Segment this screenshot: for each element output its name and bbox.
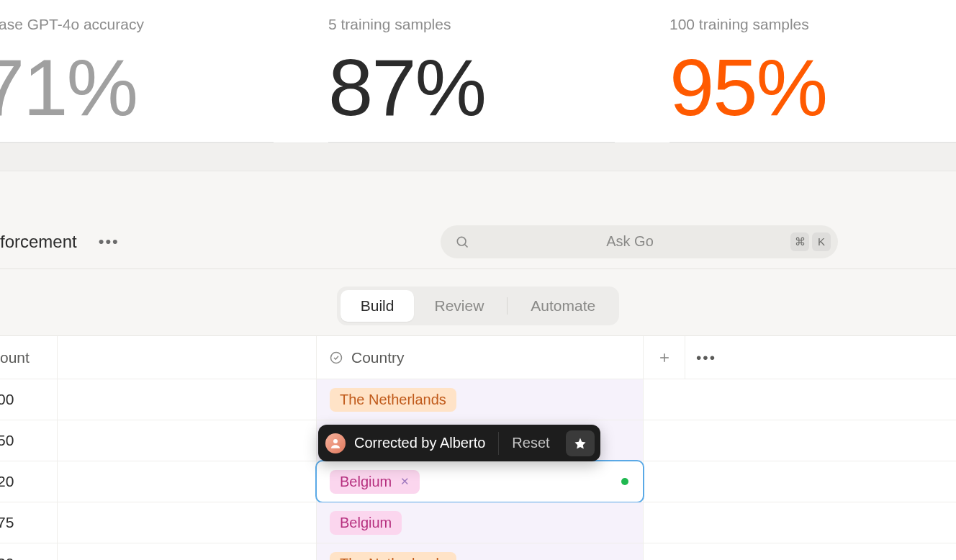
cell-country[interactable]: Belgium bbox=[317, 502, 644, 543]
search-input[interactable]: Ask Go ⌘ K bbox=[441, 225, 838, 258]
cell-country[interactable]: The Netherlands bbox=[317, 543, 644, 560]
tab-divider bbox=[507, 297, 508, 315]
cell-spacer bbox=[58, 502, 317, 543]
cell-spacer bbox=[58, 379, 317, 420]
divider-band bbox=[0, 143, 956, 171]
cell-spacer bbox=[58, 461, 317, 502]
search-icon bbox=[455, 235, 469, 249]
metric-value: 87% bbox=[328, 48, 615, 128]
plus-icon bbox=[657, 351, 672, 365]
column-spacer bbox=[58, 336, 317, 379]
star-button[interactable] bbox=[566, 430, 595, 456]
country-tag: The Netherlands bbox=[330, 552, 456, 561]
cell-amount[interactable]: 30 bbox=[0, 543, 58, 560]
tooltip-message: Corrected by Alberto bbox=[354, 435, 498, 451]
breadcrumb-more-icon[interactable]: ••• bbox=[99, 232, 120, 251]
cell-spacer bbox=[58, 420, 317, 461]
correction-tooltip: Corrected by Alberto Reset bbox=[318, 425, 600, 461]
cell-amount[interactable]: 20 bbox=[0, 461, 58, 502]
country-tag: Belgium ✕ bbox=[330, 470, 420, 494]
dots-icon: ••• bbox=[696, 349, 716, 366]
cell-amount[interactable]: 75 bbox=[0, 502, 58, 543]
person-icon bbox=[329, 437, 342, 450]
country-tag: The Netherlands bbox=[330, 388, 456, 412]
breadcrumb[interactable]: forcement bbox=[0, 232, 77, 252]
topbar: forcement ••• Ask Go ⌘ K bbox=[0, 214, 956, 269]
cell-spacer bbox=[58, 543, 317, 560]
search-placeholder: Ask Go bbox=[469, 233, 790, 250]
metric-label: Base GPT-4o accuracy bbox=[0, 16, 274, 33]
metric-value: 95% bbox=[669, 48, 956, 128]
kbd-modifier: ⌘ bbox=[790, 232, 809, 251]
svg-point-5 bbox=[333, 439, 338, 443]
avatar bbox=[325, 433, 346, 453]
table-row: 00 The Netherlands bbox=[0, 379, 956, 420]
tabs: Build Review Automate bbox=[337, 286, 619, 325]
metric-label: 5 training samples bbox=[328, 16, 615, 33]
tab-review[interactable]: Review bbox=[414, 290, 504, 322]
status-dot-icon bbox=[621, 478, 628, 485]
kbd-key: K bbox=[812, 232, 831, 251]
cell-country[interactable]: The Netherlands bbox=[317, 379, 644, 420]
column-header-country[interactable]: Country bbox=[317, 336, 644, 379]
app-frame: forcement ••• Ask Go ⌘ K Build Review Au… bbox=[0, 171, 956, 560]
metrics-row: Base GPT-4o accuracy 71% 5 training samp… bbox=[0, 0, 956, 143]
metric-label: 100 training samples bbox=[669, 16, 956, 33]
check-circle-icon bbox=[330, 351, 343, 364]
column-more-button[interactable]: ••• bbox=[685, 336, 727, 379]
tabs-container: Build Review Automate bbox=[0, 286, 956, 325]
metric-base-accuracy: Base GPT-4o accuracy 71% bbox=[0, 0, 274, 143]
metric-100-samples: 100 training samples 95% bbox=[669, 0, 956, 143]
table-row: 30 The Netherlands bbox=[0, 543, 956, 560]
star-icon bbox=[574, 437, 587, 450]
metric-value: 71% bbox=[0, 48, 274, 128]
add-column-button[interactable] bbox=[644, 336, 685, 379]
remove-tag-icon[interactable]: ✕ bbox=[400, 475, 410, 488]
svg-line-1 bbox=[465, 244, 468, 247]
table-row: 75 Belgium bbox=[0, 502, 956, 543]
tab-build[interactable]: Build bbox=[341, 290, 415, 322]
cell-country-selected[interactable]: Belgium ✕ bbox=[317, 461, 644, 502]
reset-button[interactable]: Reset bbox=[499, 435, 562, 451]
country-tag: Belgium bbox=[330, 511, 402, 535]
cell-amount[interactable]: 00 bbox=[0, 379, 58, 420]
svg-point-2 bbox=[331, 352, 342, 363]
table-row-selected: 20 Belgium ✕ bbox=[0, 461, 956, 502]
search-shortcut: ⌘ K bbox=[790, 232, 831, 251]
metric-5-samples: 5 training samples 87% bbox=[328, 0, 615, 143]
cell-amount[interactable]: 50 bbox=[0, 420, 58, 461]
svg-point-0 bbox=[457, 237, 466, 245]
tab-automate[interactable]: Automate bbox=[510, 290, 615, 322]
table-header-row: ount Country ••• bbox=[0, 336, 956, 379]
column-header-amount[interactable]: ount bbox=[0, 336, 58, 379]
